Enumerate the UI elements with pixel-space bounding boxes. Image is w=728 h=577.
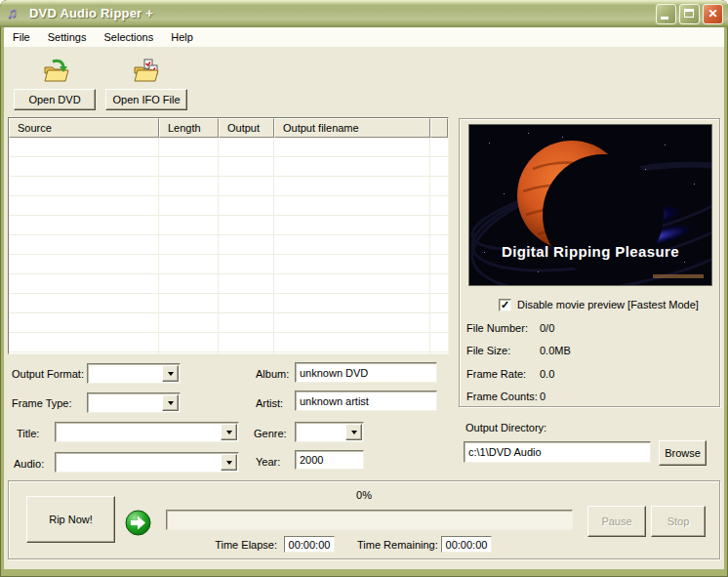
menu-settings[interactable]: Settings <box>39 29 96 45</box>
column-header-source[interactable]: Source <box>9 118 159 138</box>
browse-button[interactable]: Browse <box>659 440 707 466</box>
time-elapse-label: Time Elapse: <box>195 539 277 551</box>
open-ifo-folder-icon <box>133 58 160 85</box>
file-size-label: File Size: <box>466 345 510 356</box>
rip-now-label: Rip Now! <box>49 514 93 525</box>
file-list-header: Source Length Output Output filename <box>9 118 448 138</box>
open-dvd-folder-icon <box>43 58 70 85</box>
rip-now-button[interactable]: Rip Now! <box>26 496 115 543</box>
frame-counts-label: Frame Counts: <box>466 391 538 402</box>
output-directory-label: Output Directory: <box>465 422 546 433</box>
open-ifo-button[interactable]: Open IFO File <box>105 89 187 110</box>
rip-arrow-icon <box>125 510 151 536</box>
chevron-down-icon[interactable] <box>345 424 362 440</box>
disable-preview-label: Disable movie preview [Fastest Mode] <box>517 299 699 310</box>
audio-select[interactable] <box>55 452 239 473</box>
chevron-down-icon[interactable] <box>162 394 179 411</box>
maximize-button[interactable] <box>679 4 700 24</box>
output-directory-field[interactable] <box>464 441 651 463</box>
open-dvd-label: Open DVD <box>28 94 80 105</box>
output-format-label: Output Format: <box>12 368 84 380</box>
menu-file[interactable]: File <box>4 29 39 45</box>
file-size-value: 0.0MB <box>540 345 571 356</box>
checkmark-icon: ✓ <box>501 300 509 310</box>
grid-line <box>273 138 274 353</box>
space-planet-graphic <box>469 125 711 285</box>
pause-button[interactable]: Pause <box>587 506 646 537</box>
album-field[interactable] <box>295 362 437 383</box>
time-remaining-value: 00:00:00 <box>441 536 492 553</box>
grid-line <box>218 138 219 353</box>
output-format-select[interactable] <box>87 363 181 384</box>
artist-field[interactable] <box>295 391 437 411</box>
progress-bar <box>166 510 573 530</box>
title-label: Title: <box>17 428 39 439</box>
app-window: ♫ DVD Audio Ripper + ✕ File Settings Sel… <box>0 0 728 577</box>
open-dvd-button[interactable]: Open DVD <box>14 89 96 110</box>
titlebar[interactable]: ♫ DVD Audio Ripper + ✕ <box>0 0 728 27</box>
frame-rate-value: 0.0 <box>540 368 554 380</box>
year-field[interactable] <box>295 450 364 470</box>
file-list-body[interactable] <box>9 138 448 353</box>
app-music-note-icon: ♫ <box>7 4 26 23</box>
preview-caption: Digital Ripping Pleasure <box>469 243 711 260</box>
grid-line <box>429 138 430 353</box>
file-list[interactable]: Source Length Output Output filename <box>8 117 449 354</box>
minimize-icon <box>661 17 668 20</box>
stop-label: Stop <box>667 515 690 527</box>
menu-selections[interactable]: Selections <box>95 29 162 45</box>
progress-percent: 0% <box>8 489 720 501</box>
open-ifo-label: Open IFO File <box>112 94 180 105</box>
year-label: Year: <box>256 456 280 468</box>
movie-preview-image: Digital Ripping Pleasure <box>468 124 712 286</box>
column-header-filler <box>430 118 448 138</box>
window-title: DVD Audio Ripper + <box>29 6 153 21</box>
chevron-down-icon[interactable] <box>221 454 237 471</box>
stop-button[interactable]: Stop <box>651 506 706 537</box>
minimize-button[interactable] <box>656 4 676 24</box>
frame-rate-label: Frame Rate: <box>466 368 526 380</box>
browse-label: Browse <box>665 447 701 459</box>
time-remaining-label: Time Remaining: <box>357 539 438 551</box>
frame-type-label: Frame Type: <box>12 397 72 409</box>
maximize-icon <box>684 9 694 18</box>
column-header-output[interactable]: Output <box>219 118 274 138</box>
frame-type-select[interactable] <box>87 392 181 413</box>
audio-label: Audio: <box>14 458 44 470</box>
time-elapse-value: 00:00:00 <box>284 536 335 553</box>
pause-label: Pause <box>601 515 631 527</box>
file-number-value: 0/0 <box>540 322 554 334</box>
file-number-label: File Number: <box>466 322 528 334</box>
chevron-down-icon[interactable] <box>162 365 179 382</box>
close-button[interactable]: ✕ <box>703 4 723 24</box>
genre-select[interactable] <box>295 422 364 442</box>
column-header-output-filename[interactable]: Output filename <box>274 118 430 138</box>
menu-bar: File Settings Selections Help <box>4 27 724 47</box>
column-header-length[interactable]: Length <box>159 118 219 138</box>
menu-help[interactable]: Help <box>162 29 202 45</box>
watermark <box>653 274 704 278</box>
close-icon: ✕ <box>704 7 722 21</box>
frame-counts-value: 0 <box>540 391 546 402</box>
artist-label: Artist: <box>256 397 283 409</box>
album-label: Album: <box>256 368 289 380</box>
disable-preview-checkbox[interactable]: ✓ <box>499 299 511 311</box>
genre-label: Genre: <box>254 428 287 439</box>
title-select[interactable] <box>55 422 239 442</box>
grid-line <box>158 138 159 353</box>
chevron-down-icon[interactable] <box>221 424 237 440</box>
